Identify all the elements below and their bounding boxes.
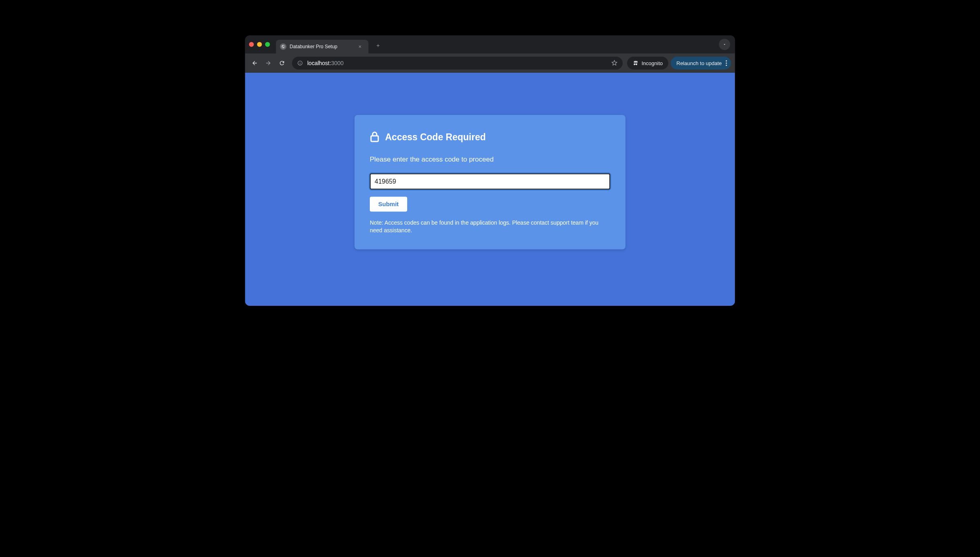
bookmark-icon[interactable] (611, 60, 618, 66)
page-viewport: Access Code Required Please enter the ac… (245, 73, 735, 306)
incognito-label: Incognito (642, 60, 663, 66)
menu-dots-icon (726, 60, 727, 66)
close-tab-icon[interactable] (357, 44, 363, 49)
access-code-input[interactable] (370, 174, 610, 190)
url-port: 3000 (331, 60, 344, 66)
address-bar[interactable]: localhost:3000 (292, 57, 623, 70)
reload-button[interactable] (277, 57, 288, 69)
tab-search-button[interactable] (719, 39, 730, 50)
window-close-button[interactable] (249, 42, 254, 47)
site-info-icon[interactable] (297, 60, 303, 66)
card-title: Access Code Required (385, 132, 486, 143)
relaunch-button[interactable]: Relaunch to update (671, 57, 731, 70)
incognito-chip[interactable]: Incognito (627, 57, 668, 70)
window-maximize-button[interactable] (265, 42, 270, 47)
svg-rect-0 (371, 136, 378, 141)
url-host: localhost: (308, 60, 331, 66)
card-note: Note: Access codes can be found in the a… (370, 219, 610, 234)
lock-icon (370, 131, 379, 143)
url-text: localhost:3000 (308, 60, 607, 66)
browser-toolbar: localhost:3000 Incognito Relaunch to upd… (245, 53, 735, 73)
tab-bar: Databunker Pro Setup (245, 35, 735, 53)
browser-tab[interactable]: Databunker Pro Setup (276, 40, 369, 53)
relaunch-label: Relaunch to update (677, 60, 722, 66)
card-header: Access Code Required (370, 131, 610, 143)
back-button[interactable] (249, 57, 260, 69)
browser-window: Databunker Pro Setup (245, 35, 735, 306)
new-tab-button[interactable] (375, 42, 382, 49)
forward-button[interactable] (263, 57, 274, 69)
submit-button[interactable]: Submit (370, 197, 407, 212)
globe-icon (280, 43, 287, 50)
card-prompt: Please enter the access code to proceed (370, 155, 610, 163)
window-controls (249, 42, 270, 47)
tab-title: Databunker Pro Setup (290, 44, 354, 49)
access-code-card: Access Code Required Please enter the ac… (355, 115, 625, 249)
window-minimize-button[interactable] (257, 42, 262, 47)
